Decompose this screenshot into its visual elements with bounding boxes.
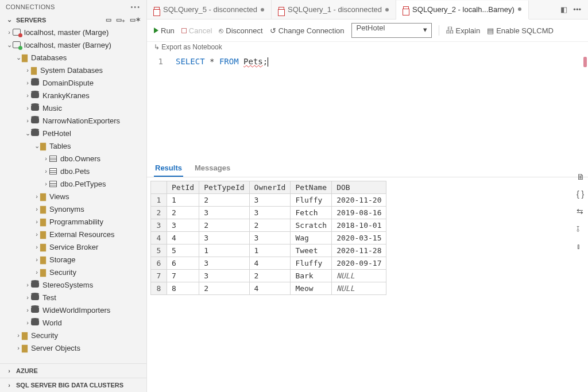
grid-cell[interactable]: Bark	[291, 270, 332, 282]
explain-button[interactable]: 品Explain	[446, 25, 481, 36]
chart-icon[interactable]: ⫱	[577, 224, 585, 234]
grid-cell[interactable]: 2018-10-01	[332, 219, 386, 232]
grid-cell[interactable]: 3	[199, 232, 249, 244]
rownum-cell[interactable]: 7	[151, 270, 167, 282]
split-editor-icon[interactable]: ◧	[560, 5, 567, 14]
disconnect-button[interactable]: ⎋Disconnect	[219, 26, 262, 35]
grid-cell[interactable]: 2019-08-16	[332, 207, 386, 219]
rownum-cell[interactable]: 1	[151, 194, 167, 207]
db-node-test[interactable]: ›Test	[0, 291, 146, 304]
databases-node[interactable]: ⌄ ▇ Databases	[0, 51, 146, 64]
table-row[interactable]: 5511Tweet2020-11-28	[151, 244, 386, 257]
visualizer-icon[interactable]: ⫾	[577, 242, 585, 251]
grid-cell[interactable]: 2020-03-15	[332, 232, 386, 244]
col-dob[interactable]: DOB	[332, 181, 386, 194]
grid-cell[interactable]: Scratch	[291, 219, 332, 232]
table-row[interactable]: 2233Fetch2019-08-16	[151, 207, 386, 219]
messages-tab[interactable]: Messages	[194, 160, 231, 177]
col-petname[interactable]: PetName	[291, 181, 332, 194]
rownum-cell[interactable]: 2	[151, 207, 167, 219]
folder-security-db[interactable]: ›▇Security	[0, 266, 146, 278]
grid-cell[interactable]: Meow	[291, 282, 332, 295]
table-row[interactable]: 3322Scratch2018-10-01	[151, 219, 386, 232]
grid-cell[interactable]: 4	[249, 282, 291, 295]
table-row[interactable]: 8824MeowNULL	[151, 282, 386, 295]
table-row[interactable]: 6634Fluffy2020-09-17	[151, 257, 386, 270]
bigdata-section[interactable]: › SQL SERVER BIG DATA CLUSTERS	[0, 378, 146, 392]
grid-cell[interactable]: 4	[249, 257, 291, 270]
db-node-system[interactable]: › ▇ System Databases	[0, 64, 146, 76]
grid-cell[interactable]: 3	[249, 232, 291, 244]
db-node-stereosystems[interactable]: ›StereoSystems	[0, 278, 146, 291]
cancel-button[interactable]: Cancel	[181, 26, 212, 35]
folder-storage[interactable]: ›▇Storage	[0, 253, 146, 266]
rownum-cell[interactable]: 4	[151, 232, 167, 244]
save-json-icon[interactable]: { }	[577, 189, 585, 199]
servers-section-header[interactable]: ⌄ SERVERS ▭ ▭₊ ▭✶	[0, 14, 146, 26]
tab-sqlquery1[interactable]: SQLQuery_1 - disconnected	[272, 0, 396, 19]
grid-cell[interactable]: 4	[167, 232, 199, 244]
tab-sqlquery5[interactable]: SQLQuery_5 - disconnected	[147, 0, 272, 19]
enable-sqlcmd-button[interactable]: ▤Enable SQLCMD	[487, 26, 554, 35]
server-folder-security[interactable]: ›▇Security	[0, 329, 146, 341]
folder-synonyms[interactable]: ›▇Synonyms	[0, 203, 146, 215]
grid-cell[interactable]: NULL	[332, 270, 386, 282]
server-node-marge[interactable]: › localhost, master (Marge)	[0, 26, 146, 38]
grid-cell[interactable]: 2	[249, 270, 291, 282]
grid-cell[interactable]: 1	[199, 244, 249, 257]
grid-cell[interactable]: 2	[167, 207, 199, 219]
grid-cell[interactable]: 3	[167, 219, 199, 232]
grid-cell[interactable]: 6	[167, 257, 199, 270]
folder-views[interactable]: ›▇Views	[0, 190, 146, 203]
refresh-icon[interactable]: ▭✶	[130, 16, 141, 24]
rownum-cell[interactable]: 5	[151, 244, 167, 257]
change-connection-button[interactable]: ↺Change Connection	[270, 26, 345, 35]
server-node-barney[interactable]: ⌄ localhost, master (Barney)	[0, 38, 146, 51]
rownum-cell[interactable]: 8	[151, 282, 167, 295]
grid-cell[interactable]: 3	[249, 194, 291, 207]
db-node-music[interactable]: › Music	[0, 102, 146, 114]
db-node-domaindispute[interactable]: › DomainDispute	[0, 76, 146, 89]
grid-cell[interactable]: 8	[167, 282, 199, 295]
grid-cell[interactable]: 3	[199, 257, 249, 270]
db-node-pethotel[interactable]: ⌄ PetHotel	[0, 127, 146, 139]
rownum-cell[interactable]: 3	[151, 219, 167, 232]
table-row[interactable]: 7732BarkNULL	[151, 270, 386, 282]
database-select[interactable]: PetHotel	[351, 23, 432, 38]
new-group-icon[interactable]: ▭₊	[116, 16, 125, 24]
table-row[interactable]: 4433Wag2020-03-15	[151, 232, 386, 244]
folder-programmability[interactable]: ›▇Programmability	[0, 215, 146, 228]
db-node-world[interactable]: ›World	[0, 316, 146, 329]
grid-cell[interactable]: 1	[249, 244, 291, 257]
grid-cell[interactable]: 1	[167, 194, 199, 207]
grid-cell[interactable]: 2	[199, 194, 249, 207]
grid-cell[interactable]: 2020-11-28	[332, 244, 386, 257]
col-ownerid[interactable]: OwnerId	[249, 181, 291, 194]
col-petid[interactable]: PetId	[167, 181, 199, 194]
col-pettypeid[interactable]: PetTypeId	[199, 181, 249, 194]
table-node-pettypes[interactable]: › dbo.PetTypes	[0, 177, 146, 190]
export-notebook-button[interactable]: ↳ Export as Notebook	[154, 43, 222, 51]
grid-cell[interactable]: 2	[199, 219, 249, 232]
save-excel-icon[interactable]: ⇆	[577, 207, 585, 216]
grid-cell[interactable]: 2	[249, 219, 291, 232]
grid-cell[interactable]: 5	[167, 244, 199, 257]
db-node-narrownation[interactable]: › NarrowNationExporters	[0, 114, 146, 127]
sql-editor[interactable]: 1 SELECT * FROM Pets;	[147, 55, 588, 158]
save-csv-icon[interactable]: 🗎	[577, 172, 585, 181]
grid-cell[interactable]: Fetch	[291, 207, 332, 219]
table-node-owners[interactable]: › dbo.Owners	[0, 152, 146, 165]
tab-sqlquery2[interactable]: SQLQuery_2 - localh...Barney)	[396, 1, 529, 20]
connections-more-icon[interactable]: •••	[130, 3, 141, 10]
grid-cell[interactable]: 7	[167, 270, 199, 282]
db-node-wideworld[interactable]: ›WideWorldImporters	[0, 304, 146, 316]
grid-cell[interactable]: Wag	[291, 232, 332, 244]
grid-cell[interactable]: 3	[199, 207, 249, 219]
grid-cell[interactable]: Fluffy	[291, 257, 332, 270]
db-node-krankykranes[interactable]: › KrankyKranes	[0, 89, 146, 102]
grid-cell[interactable]: Tweet	[291, 244, 332, 257]
table-node-pets[interactable]: › dbo.Pets	[0, 165, 146, 177]
new-connection-icon[interactable]: ▭	[106, 16, 111, 24]
rownum-cell[interactable]: 6	[151, 257, 167, 270]
grid-cell[interactable]: 3	[199, 270, 249, 282]
